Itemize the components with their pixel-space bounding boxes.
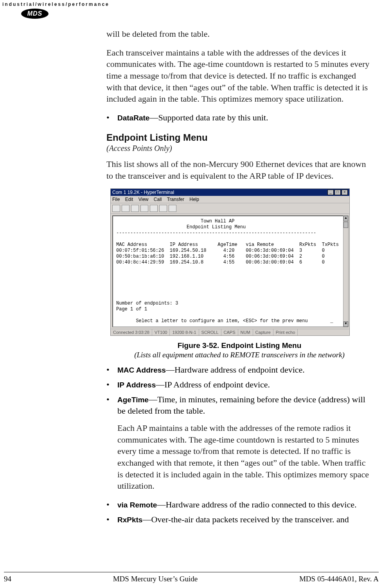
scroll-up-icon[interactable]: ▲ xyxy=(343,216,348,221)
para-transceiver-table: Each transceiver maintains a table with … xyxy=(106,47,372,105)
footer-revision: MDS 05-4446A01, Rev. A xyxy=(299,575,379,583)
window-titlebar: Com 1 19.2K - HyperTerminal _ □ × xyxy=(111,189,349,196)
window-title: Com 1 19.2K - HyperTerminal xyxy=(112,190,174,195)
bullet-agetime: • AgeTime—Time, in minutes, remaining be… xyxy=(106,394,372,417)
terminal-content: Town Hall AP Endpoint Listing Menu -----… xyxy=(112,215,344,327)
bullet-dot-icon: • xyxy=(106,499,117,511)
scroll-thumb[interactable] xyxy=(343,222,348,228)
bullet-rxpkts: • RxPkts—Over-the-air data packets recei… xyxy=(106,514,372,525)
toolbar-hangup-icon[interactable] xyxy=(140,205,148,212)
figure-subcaption: (Lists all equipment attached to REMOTE … xyxy=(106,351,372,359)
menu-edit[interactable]: Edit xyxy=(125,197,133,202)
desc-agetime: —Time, in minutes, remaining before the … xyxy=(117,394,365,416)
bullet-dot-icon: • xyxy=(106,112,117,124)
term-ip-address: IP Address xyxy=(117,381,156,389)
statusbar: Connected 3:03:28 VT100 19200 8-N-1 SCRO… xyxy=(111,329,349,335)
para-endpoint-intro: This list shows all of the non-Mercury 9… xyxy=(106,158,372,181)
minimize-icon[interactable]: _ xyxy=(327,190,334,195)
bullet-dot-icon: • xyxy=(106,379,117,391)
status-caps: CAPS xyxy=(221,329,238,335)
bullet-dot-icon: • xyxy=(106,364,117,376)
desc-mac-address: —Hardware address of endpoint device. xyxy=(166,365,305,375)
menubar: File Edit View Call Transfer Help xyxy=(111,196,349,203)
desc-via-remote: —Hardware address of the radio connected… xyxy=(157,500,356,509)
scrollbar[interactable]: ▲ ▼ xyxy=(343,215,349,327)
bullet-via-remote: • via Remote—Hardware address of the rad… xyxy=(106,499,372,511)
menu-transfer[interactable]: Transfer xyxy=(167,197,184,202)
heading-endpoint-listing: Endpoint Listing Menu xyxy=(106,132,372,143)
status-printecho: Print echo xyxy=(273,329,298,335)
bullet-mac-address: • MAC Address—Hardware address of endpoi… xyxy=(106,364,372,376)
desc-rxpkts: —Over-the-air data packets received by t… xyxy=(142,514,349,524)
bullet-dot-icon: • xyxy=(106,514,117,525)
toolbar xyxy=(111,203,349,214)
term-rxpkts: RxPkts xyxy=(117,516,142,524)
toolbar-new-icon[interactable] xyxy=(112,205,120,212)
bullet-datarate: • DataRate—Supported data rate by this u… xyxy=(106,112,372,124)
menu-view[interactable]: View xyxy=(138,197,149,202)
term-mac-address: MAC Address xyxy=(117,366,166,374)
status-scroll: SCROLL xyxy=(199,329,221,335)
tagline: industrial/wireless/performance xyxy=(2,2,110,7)
term-agetime: AgeTime xyxy=(117,396,149,404)
figure-caption: Figure 3-52. Endpoint Listing Menu xyxy=(106,341,372,350)
heading-subtitle: (Access Points Only) xyxy=(106,144,372,153)
para-ap-table: Each AP maintains a table with the addre… xyxy=(117,422,372,492)
status-connected: Connected 3:03:28 xyxy=(111,329,152,335)
close-icon[interactable]: × xyxy=(342,190,348,195)
bullet-ip-address: • IP Address—IP Address of endpoint devi… xyxy=(106,379,372,391)
page-number: 94 xyxy=(4,575,11,583)
mds-logo: MDS xyxy=(21,9,49,19)
status-emulation: VT100 xyxy=(152,329,170,335)
page-footer: 94 MDS Mercury User’s Guide MDS 05-4446A… xyxy=(4,572,379,583)
maximize-icon[interactable]: □ xyxy=(334,190,341,195)
scroll-down-icon[interactable]: ▼ xyxy=(343,321,348,327)
menu-help[interactable]: Help xyxy=(189,197,199,202)
status-num: NUM xyxy=(238,329,253,335)
status-port: 19200 8-N-1 xyxy=(170,329,199,335)
toolbar-send-icon[interactable] xyxy=(150,205,158,212)
desc-ip-address: —IP Address of endpoint device. xyxy=(156,380,270,389)
hyperterminal-window: Com 1 19.2K - HyperTerminal _ □ × File E… xyxy=(110,188,350,336)
toolbar-receive-icon[interactable] xyxy=(159,205,167,212)
status-capture: Capture xyxy=(253,329,273,335)
para-continued: will be deleted from the table. xyxy=(106,28,372,40)
bullet-dot-icon: • xyxy=(106,394,117,417)
menu-file[interactable]: File xyxy=(112,197,120,202)
mds-logo-text: MDS xyxy=(27,10,43,17)
menu-call[interactable]: Call xyxy=(154,197,162,202)
toolbar-properties-icon[interactable] xyxy=(169,205,176,212)
term-via-remote: via Remote xyxy=(117,501,157,509)
footer-title: MDS Mercury User’s Guide xyxy=(113,575,198,583)
desc-datarate: —Supported data rate by this unit. xyxy=(149,113,268,122)
toolbar-open-icon[interactable] xyxy=(122,205,129,212)
term-datarate: DataRate xyxy=(117,114,149,122)
toolbar-call-icon[interactable] xyxy=(131,205,139,212)
